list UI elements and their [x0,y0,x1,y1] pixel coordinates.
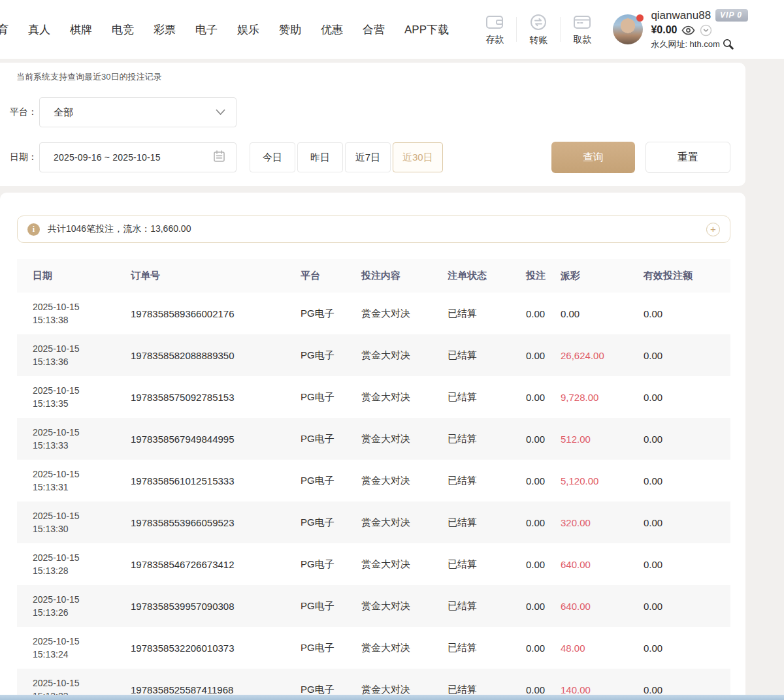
horizontal-scrollbar[interactable] [0,695,784,700]
cell-order-number: 1978358582088889350 [131,350,301,361]
reset-button[interactable]: 重置 [645,142,730,173]
cell-date: 2025-10-1515:13:36 [17,342,131,368]
column-header: 平台 [301,270,361,282]
cell-valid-amount: 0.00 [644,392,730,403]
nav-item[interactable]: 彩票 [154,22,176,37]
column-header: 派彩 [561,270,644,282]
cell-valid-amount: 0.00 [644,517,730,528]
quick-30days-button[interactable]: 近30日 [393,142,443,172]
cell-payout: 0.00 [561,308,644,319]
cell-platform: PG电子 [301,600,361,612]
quick-yesterday-button[interactable]: 昨日 [297,142,343,172]
cell-payout: 26,624.00 [561,350,644,361]
cell-bet-amount: 0.00 [526,684,561,695]
platform-label: 平台： [0,106,39,118]
transfer-button[interactable]: 转账 [517,13,560,46]
cell-platform: PG电子 [301,391,361,404]
table-row[interactable]: 2025-10-1515:13:38 1978358589366002176 P… [17,293,730,334]
cell-order-number: 1978358567949844995 [131,434,301,445]
cell-platform: PG电子 [301,642,361,654]
cell-platform: PG电子 [301,475,361,487]
nav-item[interactable]: 真人 [28,22,50,37]
cell-payout: 9,728.00 [561,392,644,403]
cell-order-number: 1978358561012515333 [131,475,301,486]
nav-item[interactable]: 合营 [363,22,385,37]
main-menu: 育 真人棋牌电竞彩票电子娱乐赞助优惠合营APP下载 [0,22,449,37]
cell-order-number: 1978358546726673412 [131,559,301,570]
cell-bet-content: 赏金大对决 [361,600,448,612]
cell-valid-amount: 0.00 [644,308,730,319]
eye-icon[interactable] [681,25,695,35]
cell-bet-amount: 0.00 [526,601,561,612]
nav-item-partial[interactable]: 育 [0,22,8,37]
column-header: 有效投注额 [644,270,730,282]
collapse-balance-icon[interactable] [700,24,712,37]
quick-today-button[interactable]: 今日 [250,142,295,172]
quick-7days-button[interactable]: 近7日 [345,142,391,172]
cell-date: 2025-10-1515:13:33 [17,426,131,452]
cell-date: 2025-10-1515:13:38 [17,300,131,326]
nav-item[interactable]: 赞助 [279,22,301,37]
table-row[interactable]: 2025-10-1515:13:30 1978358553966059523 P… [17,501,730,543]
query-button[interactable]: 查询 [551,142,635,173]
search-icon[interactable] [723,39,734,50]
date-range-value: 2025-09-16 ~ 2025-10-15 [54,152,161,163]
table-row[interactable]: 2025-10-1515:13:28 1978358546726673412 P… [17,543,730,585]
cell-status: 已结算 [448,600,526,612]
cell-platform: PG电子 [301,558,361,571]
cell-bet-content: 赏金大对决 [361,517,448,529]
bet-records-panel: i 共计1046笔投注，流水：13,660.00 + 日期订单号平台投注内容注单… [0,193,745,700]
cell-bet-content: 赏金大对决 [361,558,448,571]
cell-payout: 640.00 [561,559,644,570]
cell-valid-amount: 0.00 [644,434,730,445]
top-navigation: 育 真人棋牌电竞彩票电子娱乐赞助优惠合营APP下载 存款 转账 [0,0,784,59]
cell-bet-amount: 0.00 [526,392,561,403]
cell-bet-amount: 0.00 [526,517,561,528]
username[interactable]: qianwanu88 [651,9,711,22]
table-row[interactable]: 2025-10-1515:13:26 1978358539957090308 P… [17,585,730,627]
cell-bet-amount: 0.00 [526,308,561,319]
deposit-button[interactable]: 存款 [473,14,516,46]
table-row[interactable]: 2025-10-1515:13:31 1978358561012515333 P… [17,460,730,501]
cell-date: 2025-10-1515:13:35 [17,384,131,410]
table-row[interactable]: 2025-10-1515:13:33 1978358567949844995 P… [17,418,730,460]
nav-item[interactable]: 电竞 [112,22,134,37]
column-header: 注单状态 [448,270,526,282]
user-info: qianwanu88 VIP 0 ¥0.00 [651,9,748,50]
user-avatar[interactable] [613,14,643,44]
expand-plus-icon[interactable]: + [706,223,720,236]
cell-payout: 48.00 [561,643,644,654]
platform-select[interactable]: 全部 [39,97,237,127]
platform-selected-value: 全部 [54,106,73,119]
cell-payout: 512.00 [561,434,644,445]
cell-bet-amount: 0.00 [526,434,561,445]
cell-payout: 320.00 [561,517,644,528]
cell-bet-content: 赏金大对决 [361,349,448,362]
table-row[interactable]: 2025-10-1515:13:36 1978358582088889350 P… [17,334,730,376]
header-actions: 存款 转账 取款 [473,9,748,50]
table-body: 2025-10-1515:13:38 1978358589366002176 P… [17,293,730,700]
table-row[interactable]: 2025-10-1515:13:35 1978358575092785153 P… [17,376,730,418]
cell-bet-content: 赏金大对决 [361,475,448,487]
cell-bet-content: 赏金大对决 [361,433,448,445]
cell-payout: 5,120.00 [561,475,644,486]
cell-platform: PG电子 [301,349,361,362]
nav-item[interactable]: 棋牌 [70,22,92,37]
withdraw-button[interactable]: 取款 [561,14,604,46]
table-row[interactable]: 2025-10-1515:13:24 1978358532206010373 P… [17,627,730,669]
nav-item[interactable]: 电子 [195,22,218,37]
date-range-picker[interactable]: 2025-09-16 ~ 2025-10-15 [39,142,237,172]
cell-order-number: 1978358589366002176 [131,308,301,319]
permanent-url[interactable]: 永久网址: hth.com [651,39,719,50]
cell-status: 已结算 [448,391,526,404]
cell-status: 已结算 [448,642,526,654]
query-notice: 当前系统支持查询最近30日的投注记录 [0,71,730,83]
cell-bet-content: 赏金大对决 [361,642,448,654]
nav-item[interactable]: 优惠 [321,22,343,37]
nav-item[interactable]: APP下载 [404,22,449,37]
column-header: 日期 [17,270,131,282]
cell-order-number: 1978358539957090308 [131,601,301,612]
wallet-icon [485,14,504,31]
nav-item[interactable]: 娱乐 [237,22,259,37]
cell-date: 2025-10-1515:13:24 [17,635,131,661]
